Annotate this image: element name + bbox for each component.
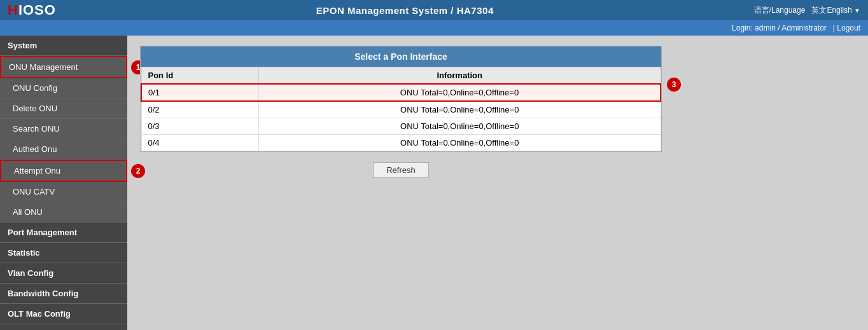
col-information: Information	[258, 67, 661, 85]
sidebar-item-onu-catv[interactable]: ONU CATV	[0, 182, 127, 202]
sidebar-item-system[interactable]: System	[0, 36, 127, 56]
pon-id-cell: 0/3	[141, 118, 258, 135]
main-layout: System ONU Management 1 ONU Config Delet…	[0, 36, 868, 330]
header-title: EPON Management System / HA7304	[316, 5, 494, 16]
sidebar-item-bandwidth-config[interactable]: Bandwidth Config	[0, 284, 127, 304]
annotation-2: 2	[131, 164, 145, 178]
language-selector[interactable]: 英文English ▼	[811, 5, 860, 16]
sidebar-item-authed-onu[interactable]: Authed Onu	[0, 139, 127, 160]
table-row[interactable]: 0/1 ONU Total=0,Online=0,Offline=0	[141, 84, 661, 101]
table-row[interactable]: 0/2 ONU Total=0,Online=0,Offline=0	[141, 101, 661, 118]
sidebar-item-vlan-config[interactable]: Vlan Config	[0, 263, 127, 284]
sidebar-item-onu-config[interactable]: ONU Config	[0, 78, 127, 99]
header-right: 语言/Language 英文English ▼	[754, 5, 860, 16]
refresh-area: Refresh	[140, 162, 662, 178]
chevron-down-icon: ▼	[854, 7, 860, 14]
pon-table: Pon Id Information 0/1 ONU Total=0,Onlin…	[141, 67, 661, 151]
sidebar-item-port-management[interactable]: Port Management	[0, 223, 127, 243]
sidebar-item-olt-mac-config[interactable]: OLT Mac Config	[0, 304, 127, 324]
table-row[interactable]: 0/3 ONU Total=0,Online=0,Offline=0	[141, 118, 661, 135]
sidebar-item-onu-management[interactable]: ONU Management	[0, 56, 127, 78]
login-info: Login: admin / Administrator	[732, 24, 827, 32]
pon-id-cell: 0/4	[141, 135, 258, 151]
pon-interface-panel: Select a Pon Interface Pon Id Informatio…	[140, 46, 662, 152]
table-row[interactable]: 0/4 ONU Total=0,Online=0,Offline=0	[141, 135, 661, 151]
header-bottom: Login: admin / Administrator | Logout	[0, 20, 868, 36]
pon-id-cell: 0/1	[141, 84, 258, 101]
logo: HIOSO	[8, 2, 56, 18]
sidebar: System ONU Management 1 ONU Config Delet…	[0, 36, 127, 330]
col-pon-id: Pon Id	[141, 67, 258, 85]
pon-panel-title: Select a Pon Interface	[141, 46, 661, 67]
info-cell: ONU Total=0,Online=0,Offline=0	[258, 84, 661, 101]
header-top: HIOSO EPON Management System / HA7304 语言…	[0, 0, 868, 20]
sidebar-item-search-onu[interactable]: Search ONU	[0, 119, 127, 139]
refresh-button[interactable]: Refresh	[373, 162, 429, 178]
language-label: 语言/Language	[754, 5, 806, 16]
annotation-3: 3	[667, 78, 681, 92]
sidebar-item-statistic[interactable]: Statistic	[0, 243, 127, 263]
content-area: Select a Pon Interface Pon Id Informatio…	[127, 36, 868, 330]
sidebar-item-port-aggregration[interactable]: Port Aggregration	[0, 324, 127, 330]
sidebar-item-delete-onu[interactable]: Delete ONU	[0, 99, 127, 119]
info-cell: ONU Total=0,Online=0,Offline=0	[258, 135, 661, 151]
sidebar-item-attempt-onu[interactable]: Attempt Onu	[0, 160, 127, 182]
logout-button[interactable]: | Logout	[833, 24, 860, 32]
info-cell: ONU Total=0,Online=0,Offline=0	[258, 101, 661, 118]
sidebar-item-all-onu[interactable]: All ONU	[0, 202, 127, 223]
info-cell: ONU Total=0,Online=0,Offline=0	[258, 118, 661, 135]
pon-id-cell: 0/2	[141, 101, 258, 118]
